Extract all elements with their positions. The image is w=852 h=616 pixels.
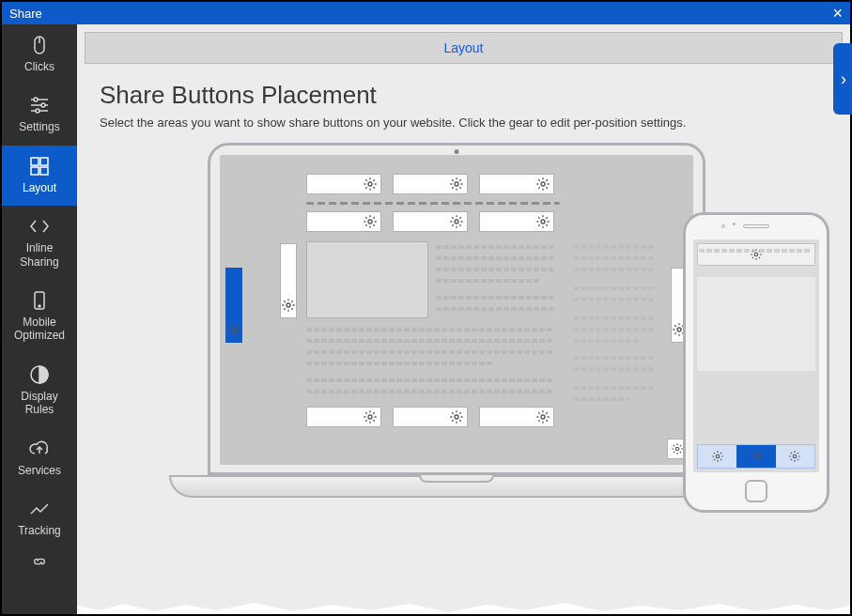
window-title: Share (9, 7, 42, 21)
side-handle[interactable]: › (833, 43, 852, 115)
svg-point-6 (34, 98, 38, 101)
sidebar-item-label: Tracking (18, 524, 61, 537)
sidebar-item-label: Clicks (24, 60, 54, 73)
slot-header-left[interactable] (306, 211, 381, 232)
svg-point-7 (41, 103, 45, 107)
sidebar-item-label: Settings (19, 120, 59, 133)
link-icon (29, 554, 50, 569)
divider (306, 202, 560, 205)
slot-mobile-bottom-center[interactable] (736, 445, 775, 468)
image-placeholder (306, 241, 428, 318)
slot-bottom-left[interactable] (306, 407, 381, 427)
grid-icon (28, 155, 51, 177)
slot-header-center[interactable] (393, 211, 468, 232)
slot-header-right[interactable] (479, 211, 554, 232)
slot-top-center[interactable] (393, 174, 468, 194)
mobile-bottom-bar (697, 444, 815, 469)
phone-speaker-icon (743, 224, 769, 228)
svg-rect-12 (40, 167, 48, 175)
phone-preview (683, 212, 829, 513)
slot-mobile-bottom-left[interactable] (698, 445, 736, 468)
cloud-upload-icon (28, 438, 51, 460)
svg-point-14 (39, 305, 40, 307)
phone-content-placeholder (697, 277, 815, 371)
laptop-preview (169, 143, 744, 498)
mobile-icon (28, 289, 51, 312)
slot-content-side[interactable] (280, 243, 297, 318)
slot-top-left[interactable] (306, 174, 381, 194)
page-title: Share Buttons Placement (100, 81, 828, 110)
sidebar-item-inline-sharing[interactable]: Inline Sharing (2, 206, 77, 280)
close-icon[interactable]: × (832, 4, 843, 23)
sidebar-item-clicks[interactable]: Clicks (2, 24, 77, 85)
slot-mobile-bottom-right[interactable] (776, 445, 814, 468)
content-area: Layout Share Buttons Placement Select th… (77, 24, 850, 614)
svg-point-8 (36, 109, 39, 113)
sidebar-item-tracking[interactable]: Tracking (2, 488, 77, 548)
phone-camera-icon (721, 224, 725, 228)
svg-rect-9 (31, 158, 39, 165)
contrast-icon (28, 363, 51, 386)
sidebar-item-label: Layout (23, 181, 56, 194)
sidebar-item-mobile-optimized[interactable]: Mobile Optimized (2, 280, 77, 354)
slot-bottom-center[interactable] (393, 407, 468, 427)
sidebar-item-display-rules[interactable]: Display Rules (2, 354, 77, 428)
phone-home-button-icon (745, 480, 767, 502)
sidebar: Clicks Settings Layout Inline Sharing Mo… (2, 24, 77, 614)
tab-label: Layout (443, 40, 483, 55)
phone-sensor-icon (733, 223, 736, 225)
sidebar-item-label: Mobile Optimized (6, 316, 73, 343)
svg-rect-10 (40, 158, 48, 165)
chevron-right-icon: › (841, 69, 846, 89)
mouse-icon (28, 34, 51, 56)
sidebar-item-label: Inline Sharing (6, 241, 73, 269)
sidebar-item-label: Services (18, 464, 61, 477)
sidebar-item-more[interactable] (2, 548, 77, 575)
tab-layout[interactable]: Layout (85, 32, 843, 64)
laptop-camera-icon (455, 149, 459, 154)
sliders-icon (28, 94, 51, 116)
sidebar-item-label: Display Rules (6, 390, 73, 417)
code-icon (28, 215, 51, 238)
slot-left[interactable] (225, 268, 242, 343)
analytics-icon (28, 498, 51, 520)
sidebar-item-layout[interactable]: Layout (2, 146, 77, 206)
svg-rect-11 (31, 167, 39, 175)
sidebar-item-settings[interactable]: Settings (2, 85, 77, 145)
titlebar: Share × (2, 2, 850, 24)
sidebar-item-services[interactable]: Services (2, 428, 77, 488)
placement-canvas (77, 143, 850, 614)
slot-top-right[interactable] (479, 174, 554, 194)
page-subtitle: Select the areas you want to show share … (100, 116, 828, 130)
slot-bottom-right[interactable] (479, 407, 554, 427)
slot-mobile-top[interactable] (697, 243, 815, 266)
